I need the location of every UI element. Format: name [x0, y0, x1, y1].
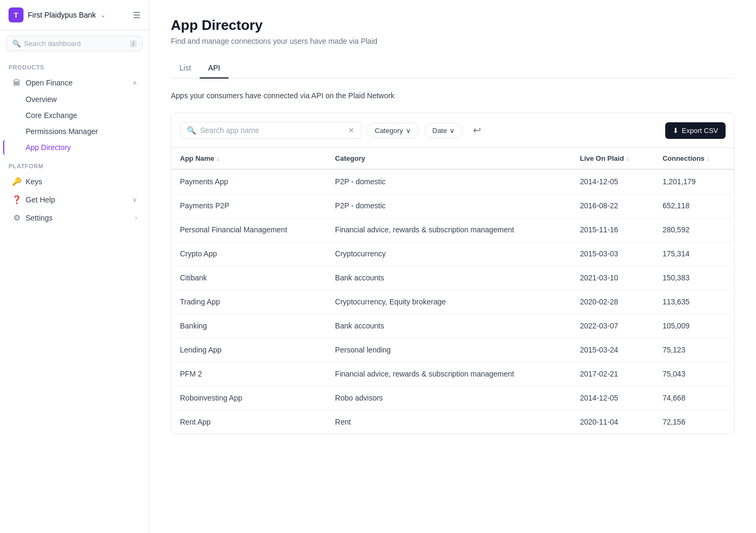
th-category: Category	[327, 148, 572, 169]
api-description: Apps your consumers have connected via A…	[171, 91, 735, 100]
page-subtitle: Find and manage connections your users h…	[171, 37, 735, 45]
cell-connections: 75,123	[654, 338, 734, 362]
cell-app-name: Citibank	[171, 266, 327, 290]
th-connections[interactable]: Connections ↓	[654, 148, 734, 169]
sidebar-sub-item-label: Core Exchange	[26, 111, 77, 120]
reset-filters-button[interactable]: ↩	[468, 122, 485, 139]
cell-category: Personal lending	[327, 338, 572, 362]
table-row[interactable]: CitibankBank accounts2021-03-10150,383	[171, 266, 734, 290]
cell-live-on-plaid: 2017-02-21	[571, 362, 654, 386]
cell-connections: 280,592	[654, 218, 734, 242]
table-row[interactable]: Personal Financial ManagementFinancial a…	[171, 218, 734, 242]
cell-live-on-plaid: 2021-03-10	[571, 266, 654, 290]
cell-connections: 150,383	[654, 266, 734, 290]
category-chevron-icon: ∨	[406, 127, 411, 135]
tabs: List API	[171, 58, 735, 79]
th-live-on-plaid-label: Live On Plaid	[580, 154, 624, 162]
table-row[interactable]: PFM 2Financial advice, rewards & subscri…	[171, 362, 734, 386]
app-search-input[interactable]	[200, 126, 344, 135]
help-icon: ❓	[12, 195, 21, 205]
app-search-input-wrap[interactable]: 🔍 ✕	[180, 122, 361, 139]
clear-search-icon[interactable]: ✕	[348, 126, 355, 135]
main-content: App Directory Find and manage connection…	[149, 0, 756, 533]
cell-category: Bank accounts	[327, 266, 572, 290]
cell-app-name: Personal Financial Management	[171, 218, 327, 242]
th-live-on-plaid[interactable]: Live On Plaid ↕	[571, 148, 654, 169]
export-csv-button[interactable]: ⬇ Export CSV	[665, 122, 726, 139]
cell-app-name: Trading App	[171, 290, 327, 314]
sidebar-item-label: Open Finance	[26, 79, 73, 87]
sidebar-sub-item-label: Permissions Manager	[26, 127, 98, 136]
cell-connections: 74,668	[654, 386, 734, 410]
chevron-down-icon: ∨	[132, 196, 137, 203]
sort-connections-icon: ↓	[707, 155, 710, 162]
cell-app-name: Payments App	[171, 169, 327, 194]
cell-app-name: Rent App	[171, 410, 327, 434]
org-selector[interactable]: T First Plaidypus Bank ⌄	[9, 7, 106, 22]
date-filter-label: Date	[432, 127, 447, 135]
sidebar-menu-icon[interactable]: ☰	[133, 10, 140, 20]
cell-category: P2P - domestic	[327, 169, 572, 194]
cell-live-on-plaid: 2014-12-05	[571, 169, 654, 194]
sidebar-sub-item-label: Overview	[26, 95, 57, 104]
tab-list[interactable]: List	[171, 58, 200, 79]
sidebar-item-settings[interactable]: ⚙ Settings ›	[3, 209, 146, 226]
sidebar-item-permissions-manager[interactable]: Permissions Manager	[3, 124, 146, 139]
sidebar-item-core-exchange[interactable]: Core Exchange	[3, 108, 146, 123]
export-label: Export CSV	[682, 127, 718, 135]
search-placeholder-text: Search dashboard	[24, 40, 127, 48]
page-title: App Directory	[171, 17, 735, 34]
cell-connections: 105,009	[654, 314, 734, 338]
cell-live-on-plaid: 2016-08-22	[571, 194, 654, 218]
cell-live-on-plaid: 2015-03-24	[571, 338, 654, 362]
cell-category: Bank accounts	[327, 314, 572, 338]
cell-connections: 72,156	[654, 410, 734, 434]
sidebar-item-label: Get Help	[26, 195, 55, 204]
sidebar-item-app-directory[interactable]: App Directory	[3, 140, 146, 155]
category-filter-button[interactable]: Category ∨	[367, 123, 419, 138]
org-name: First Plaidypus Bank	[28, 11, 96, 19]
org-chevron-icon: ⌄	[100, 11, 106, 19]
cell-connections: 175,314	[654, 242, 734, 266]
section-label-products: PRODUCTS	[0, 57, 149, 74]
tab-api[interactable]: API	[200, 58, 229, 79]
table-row[interactable]: Rent AppRent2020-11-0472,156	[171, 410, 734, 434]
section-label-platform: PLATFORM	[0, 155, 149, 173]
table-row[interactable]: Crypto AppCryptocurrency2015-03-03175,31…	[171, 242, 734, 266]
table-row[interactable]: Trading AppCryptocurrency, Equity broker…	[171, 290, 734, 314]
gear-icon: ⚙	[12, 213, 21, 223]
cell-live-on-plaid: 2015-11-16	[571, 218, 654, 242]
sidebar-item-keys[interactable]: 🔑 Keys	[3, 173, 146, 190]
org-avatar: T	[9, 7, 23, 22]
th-app-name[interactable]: App Name ↕	[171, 148, 327, 169]
sidebar-item-overview[interactable]: Overview	[3, 92, 146, 107]
bank-icon: 🏛	[12, 78, 21, 87]
search-shortcut-badge: /	[130, 40, 137, 48]
sidebar-item-get-help[interactable]: ❓ Get Help ∨	[3, 191, 146, 208]
table-row[interactable]: BankingBank accounts2022-03-07105,009	[171, 314, 734, 338]
table-row[interactable]: Roboinvesting AppRobo advisors2014-12-05…	[171, 386, 734, 410]
chevron-right-icon: ›	[135, 214, 137, 222]
cell-connections: 113,635	[654, 290, 734, 314]
sidebar: T First Plaidypus Bank ⌄ ☰ 🔍 Search dash…	[0, 0, 149, 533]
search-icon: 🔍	[12, 40, 21, 48]
table-body: Payments AppP2P - domestic2014-12-051,20…	[171, 169, 734, 434]
cell-category: Robo advisors	[327, 386, 572, 410]
th-app-name-label: App Name	[180, 154, 214, 162]
sidebar-item-label: Settings	[26, 214, 53, 222]
category-filter-label: Category	[375, 127, 403, 135]
sidebar-item-open-finance[interactable]: 🏛 Open Finance ∧	[3, 74, 146, 91]
cell-app-name: Roboinvesting App	[171, 386, 327, 410]
table-row[interactable]: Lending AppPersonal lending2015-03-2475,…	[171, 338, 734, 362]
cell-app-name: Banking	[171, 314, 327, 338]
cell-category: Financial advice, rewards & subscription…	[327, 362, 572, 386]
date-filter-button[interactable]: Date ∨	[424, 123, 463, 138]
table-row[interactable]: Payments P2PP2P - domestic2016-08-22652,…	[171, 194, 734, 218]
cell-live-on-plaid: 2022-03-07	[571, 314, 654, 338]
cell-category: Cryptocurrency	[327, 242, 572, 266]
table-toolbar: 🔍 ✕ Category ∨ Date ∨ ↩ ⬇ Export CSV	[171, 113, 734, 148]
dashboard-search[interactable]: 🔍 Search dashboard /	[6, 36, 143, 51]
th-category-label: Category	[335, 154, 365, 162]
table-row[interactable]: Payments AppP2P - domestic2014-12-051,20…	[171, 169, 734, 194]
date-chevron-icon: ∨	[450, 127, 455, 135]
